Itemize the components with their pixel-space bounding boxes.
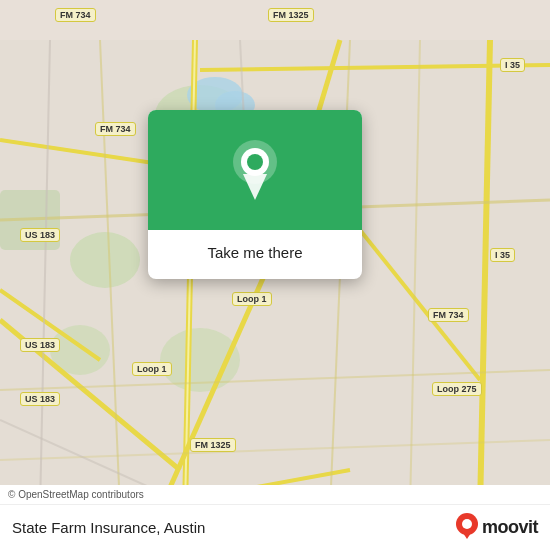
road-label-us183-lower: US 183 [20, 338, 60, 352]
map-container: FM 734 FM 1325 I 35 FM 734 US 183 I 35 L… [0, 0, 550, 550]
location-pin-icon [229, 140, 281, 200]
road-label-us183-bottom: US 183 [20, 392, 60, 406]
attribution-text: © OpenStreetMap contributors [8, 489, 144, 500]
road-label-fm1325-top: FM 1325 [268, 8, 314, 22]
svg-point-31 [247, 154, 263, 170]
moovit-pin-icon [456, 513, 478, 542]
svg-marker-32 [243, 174, 267, 200]
road-label-fm734-top: FM 734 [55, 8, 96, 22]
road-label-i35-top: I 35 [500, 58, 525, 72]
popup-button-area: Take me there [148, 230, 362, 279]
road-label-fm1325-bottom: FM 1325 [190, 438, 236, 452]
attribution-row: © OpenStreetMap contributors [0, 485, 550, 505]
road-label-fm734-lower: FM 734 [428, 308, 469, 322]
location-name: State Farm Insurance, Austin [12, 519, 205, 536]
popup-card: Take me there [148, 110, 362, 279]
bottom-bar: © OpenStreetMap contributors State Farm … [0, 485, 550, 550]
road-label-i35-mid: I 35 [490, 248, 515, 262]
road-label-loop1-mid: Loop 1 [232, 292, 272, 306]
road-label-loop275: Loop 275 [432, 382, 482, 396]
road-label-fm734-mid: FM 734 [95, 122, 136, 136]
svg-point-34 [462, 519, 472, 529]
svg-point-2 [70, 232, 140, 288]
road-label-us183-mid: US 183 [20, 228, 60, 242]
popup-green-area [148, 110, 362, 230]
location-row: State Farm Insurance, Austin moovit [0, 505, 550, 550]
moovit-logo: moovit [456, 513, 538, 542]
take-me-there-button[interactable]: Take me there [164, 240, 346, 265]
road-label-loop1-lower: Loop 1 [132, 362, 172, 376]
moovit-brand-text: moovit [482, 517, 538, 538]
svg-marker-35 [461, 530, 473, 539]
